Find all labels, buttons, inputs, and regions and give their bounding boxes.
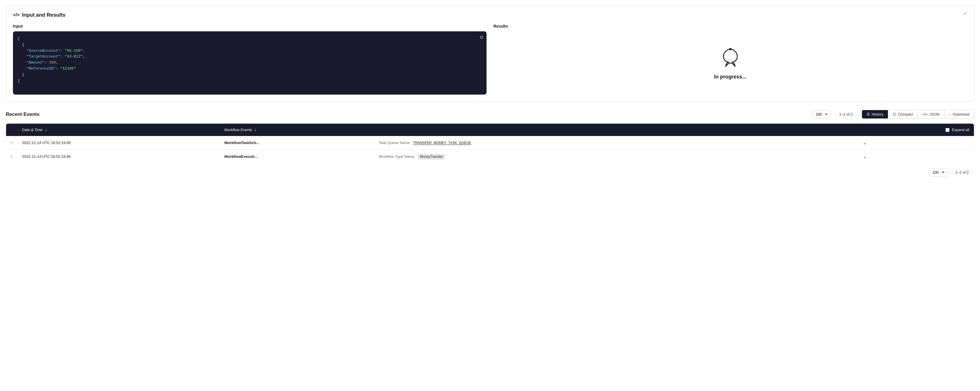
download-label: Download [953, 112, 969, 116]
detail-badge: MoneyTransfer [417, 154, 445, 160]
bottom-page-size-select[interactable]: 100 50 25 [929, 168, 947, 177]
results-content: In progress... [493, 31, 967, 95]
event-name: WorkflowExecuti... [224, 154, 258, 159]
view-btn-json[interactable]: </> JSON [918, 110, 944, 119]
download-icon: ↓ [949, 112, 951, 116]
code-val-refid: "12345" [60, 66, 76, 71]
table-row: 2 2022-11-14 UTC 16:52:19.85 WorkflowTas… [6, 136, 974, 150]
expand-row-button[interactable]: ⌄ [863, 140, 867, 146]
sort-icon: ⇣ [45, 128, 47, 132]
detail-label: Task Queue Name [379, 141, 410, 145]
code-colon-1: : [60, 49, 65, 53]
code-key-target: "TargetAccount" [27, 54, 60, 59]
detail-label: Workflow Type Name [379, 154, 414, 159]
expand-all-label: Expand all [952, 128, 969, 132]
row-event-detail: Task Queue Name TRANSFER_MONEY_TASK_QUEU… [374, 136, 859, 150]
col-detail [374, 123, 859, 136]
table-header: Date & Time ⇣ Workflow Events ⇣ Expand a… [6, 123, 974, 136]
row-event-name: WorkflowExecuti... [220, 150, 374, 164]
row-expand: ⌄ [858, 136, 974, 150]
row-datetime: 2022-11-14 UTC 16:52:19.85 [18, 136, 220, 150]
recent-events-header: Recent Events 100 50 25 ‹ 1–2 of 2 › ☰ H… [6, 110, 974, 119]
recent-events-section: Recent Events 100 50 25 ‹ 1–2 of 2 › ☰ H… [6, 110, 974, 177]
copy-icon[interactable]: ⧉ [480, 35, 483, 40]
bottom-pagination-text: 1–2 of 2 [955, 170, 969, 174]
detail-link[interactable]: TRANSFER_MONEY_TASK_QUEUE [413, 141, 471, 145]
code-colon-3: : [45, 60, 49, 65]
code-colon-2: : [60, 54, 65, 59]
col-datetime-label: Date & Time [22, 128, 43, 132]
json-icon: </> [923, 112, 928, 116]
recent-events-title: Recent Events [6, 112, 40, 117]
code-icon: </> [13, 13, 19, 17]
input-label: Input [13, 24, 487, 28]
prev-page-arrow[interactable]: ‹ [834, 112, 837, 117]
section-title: </> Input and Results [13, 12, 65, 18]
events-table: Date & Time ⇣ Workflow Events ⇣ Expand a… [6, 123, 974, 164]
page-size-select[interactable]: 100 50 25 [813, 110, 830, 119]
row-event-detail: Workflow Type Name MoneyTransfer [374, 150, 859, 164]
bottom-next-arrow[interactable]: › [970, 169, 974, 176]
results-label: Results [493, 24, 967, 28]
code-key-refid: "ReferenceID" [27, 66, 56, 71]
svg-point-0 [729, 48, 732, 50]
row-num: 1 [6, 150, 18, 164]
events-sort-icon: ⇣ [254, 128, 256, 132]
code-close: } ] [18, 73, 24, 83]
expand-row-button[interactable]: ⌄ [863, 154, 867, 159]
row-datetime: 2022-11-14 UTC 16:52:19.85 [18, 150, 220, 164]
code-key-source: "SourceAccount" [27, 49, 60, 53]
section-header: </> Input and Results ⌃ [13, 12, 967, 18]
pagination-text: 1–2 of 2 [839, 112, 853, 116]
code-val-target: "43-812" [65, 54, 83, 59]
row-num: 2 [6, 136, 18, 150]
results-panel: Results In progress... [493, 24, 967, 95]
code-key-amount: "Amount" [27, 60, 45, 65]
col-datetime: Date & Time ⇣ [18, 123, 220, 136]
history-label: History [872, 112, 883, 116]
pagination-info: ‹ 1–2 of 2 › [834, 112, 858, 117]
code-bracket-open: [ { [18, 36, 27, 53]
code-colon-4: : [56, 66, 60, 71]
event-name: WorkflowTaskSch... [224, 141, 259, 145]
code-val-source: "85-150" [65, 49, 83, 53]
table-body: 2 2022-11-14 UTC 16:52:19.85 WorkflowTas… [6, 136, 974, 164]
col-events-label: Workflow Events [224, 128, 252, 132]
compact-label: Compact [898, 112, 913, 116]
history-icon: ☰ [867, 112, 870, 116]
row-expand: ⌄ [858, 150, 974, 164]
input-panel: Input ⧉ [ { "SourceAccount": "85-150", "… [13, 24, 487, 95]
view-btn-history[interactable]: ☰ History [862, 110, 888, 119]
header-controls: 100 50 25 ‹ 1–2 of 2 › ☰ History ☷ [813, 110, 974, 119]
bottom-pagination-info: ‹ 1–2 of 2 › [950, 169, 974, 176]
view-buttons: ☰ History ☷ Compact </> JSON ↓ Download [862, 110, 974, 119]
in-progress-text: In progress... [714, 74, 746, 80]
code-val-amount: 250 [49, 60, 56, 65]
next-page-arrow[interactable]: › [854, 112, 858, 117]
compact-icon: ☷ [893, 112, 896, 116]
section-title-text: Input and Results [22, 12, 65, 18]
col-num [6, 123, 18, 136]
code-content: [ { "SourceAccount": "85-150", "TargetAc… [18, 36, 482, 84]
input-results-section: </> Input and Results ⌃ Input ⧉ [ { "Sou… [6, 6, 974, 102]
view-btn-compact[interactable]: ☷ Compact [888, 110, 918, 119]
row-event-name: WorkflowTaskSch... [220, 136, 374, 150]
table-row: 1 2022-11-14 UTC 16:52:19.85 WorkflowExe… [6, 150, 974, 164]
collapse-icon[interactable]: ⌃ [963, 12, 967, 18]
input-results-grid: Input ⧉ [ { "SourceAccount": "85-150", "… [13, 24, 967, 95]
bottom-prev-arrow[interactable]: ‹ [950, 169, 954, 176]
bottom-pagination: 100 50 25 ‹ 1–2 of 2 › [6, 168, 974, 177]
col-expand-all: Expand all [858, 123, 974, 136]
in-progress-icon [719, 46, 742, 69]
view-btn-download[interactable]: ↓ Download [945, 110, 974, 119]
json-label: JSON [930, 112, 940, 116]
expand-all-checkbox[interactable] [945, 128, 950, 132]
code-editor: ⧉ [ { "SourceAccount": "85-150", "Target… [13, 31, 487, 95]
col-events: Workflow Events ⇣ [220, 123, 374, 136]
